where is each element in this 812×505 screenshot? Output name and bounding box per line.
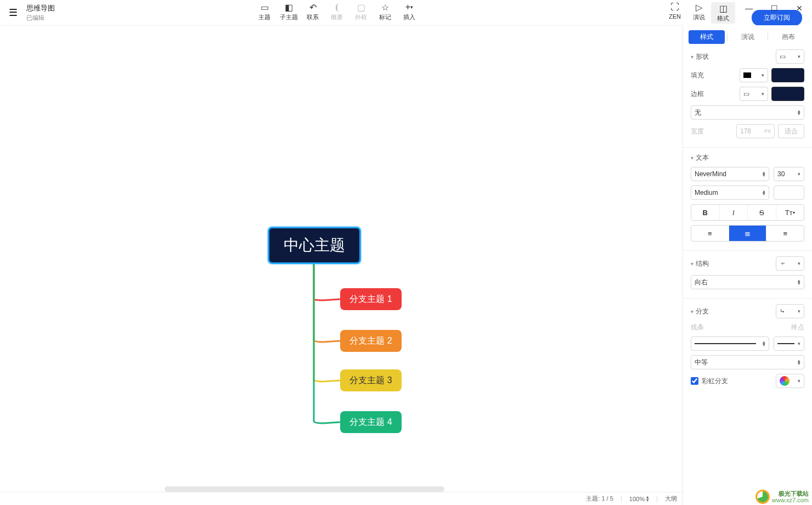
topic-button[interactable]: ▭主题	[252, 2, 277, 21]
rainbow-branch-label: 彩虹分支	[702, 377, 728, 386]
fill-color-swatch[interactable]	[771, 68, 804, 82]
stepper-icon: ▴▾	[798, 279, 800, 285]
topic-count: 主题: 1 / 5	[586, 495, 613, 503]
branch-node[interactable]: 分支主题 1	[340, 288, 402, 310]
document-title: 思维导图	[26, 3, 55, 13]
boundary-icon: ▢	[357, 2, 365, 12]
border-color-swatch[interactable]	[771, 87, 804, 101]
tab-style[interactable]: 样式	[689, 30, 725, 44]
chevron-down-icon: ▾	[798, 261, 800, 266]
minimize-button[interactable]: —	[736, 0, 762, 16]
align-right-button[interactable]: ≡	[766, 226, 804, 241]
subtopic-icon: ◧	[285, 2, 293, 12]
marker-button[interactable]: ☆标记	[373, 2, 397, 21]
chevron-down-icon: ▾	[798, 341, 800, 346]
horizontal-scrollbar[interactable]	[165, 486, 444, 492]
align-left-button[interactable]: ≡	[691, 226, 729, 241]
rounded-rect-icon: ▭	[743, 90, 749, 98]
canvas[interactable]: 中心主题 分支主题 1 分支主题 2 分支主题 3 分支主题 4 主题: 1 /…	[0, 25, 683, 505]
text-style-group: B I S Tт ▾	[691, 204, 804, 221]
structure-type-picker[interactable]: ⫟▾	[776, 256, 804, 271]
border-style-picker[interactable]: ▭▾	[740, 87, 768, 101]
shape-picker[interactable]: ▭▾	[776, 49, 804, 64]
italic-button[interactable]: I	[720, 205, 748, 220]
center-topic-node[interactable]: 中心主题	[268, 227, 361, 264]
section-branch: ▾分支 ⤷▾ 线条 终点 ▴▾ ▾ 中等▴▾ 彩虹分支 ▾	[683, 299, 812, 397]
zen-icon: ⛶	[670, 2, 679, 12]
stepper-icon: ▴▾	[763, 341, 765, 347]
rounded-rect-icon: ▭	[780, 53, 786, 60]
font-family-select[interactable]: NeverMind▴▾	[691, 167, 769, 181]
document-info: 思维导图 已编辑	[26, 0, 55, 22]
branch-line-shape-picker[interactable]: ⤷▾	[776, 304, 804, 318]
subtopic-button[interactable]: ◧子主题	[277, 2, 301, 21]
present-button[interactable]: ▷演说	[687, 2, 711, 24]
fill-style-picker[interactable]: ▾	[740, 68, 768, 82]
rainbow-branch-checkbox[interactable]	[691, 377, 698, 385]
toolbar-center: ▭主题 ◧子主题 ↶联系 ⦗概要 ▢外框 ☆标记 +▾插入	[252, 2, 421, 21]
close-button[interactable]: ✕	[787, 0, 812, 16]
font-size-select[interactable]: 30▾	[774, 167, 804, 181]
boundary-button: ▢外框	[349, 2, 373, 21]
end-label: 终点	[791, 323, 804, 332]
line-width-select[interactable]: 中等▴▾	[691, 355, 804, 369]
strike-button[interactable]: S	[748, 205, 776, 220]
chevron-down-icon: ▾	[798, 54, 800, 59]
bold-button[interactable]: B	[691, 205, 720, 220]
maximize-button[interactable]: ☐	[762, 0, 787, 16]
workspace: 中心主题 分支主题 1 分支主题 2 分支主题 3 分支主题 4 主题: 1 /…	[0, 25, 812, 505]
zoom-control[interactable]: 100% ▴▾	[629, 496, 649, 502]
inspector-tabs: 样式 演说 画布	[683, 25, 812, 44]
insert-button[interactable]: +▾插入	[397, 2, 421, 21]
rainbow-color-picker[interactable]: ▾	[776, 374, 804, 388]
border-none-select[interactable]: 无▴▾	[691, 105, 804, 120]
chevron-down-icon: ▾	[762, 91, 764, 97]
section-shape: ▾形状 ▭▾ 填充 ▾ 边框 ▭▾ 无▴▾ 宽度	[683, 44, 812, 148]
inspector-panel: 样式 演说 画布 ▾形状 ▭▾ 填充 ▾ 边框 ▭▾	[683, 25, 812, 505]
status-bar: 主题: 1 / 5 100% ▴▾ 大纲	[0, 492, 683, 505]
format-button[interactable]: ◫格式	[711, 2, 735, 24]
stepper-icon: ▴▾	[798, 110, 800, 116]
line-label: 线条	[691, 323, 704, 332]
font-color-swatch[interactable]	[774, 186, 804, 200]
zoom-value: 100%	[629, 496, 645, 502]
document-status: 已编辑	[26, 14, 55, 22]
section-head-text[interactable]: ▾文本	[691, 153, 804, 162]
marker-icon: ☆	[381, 2, 389, 12]
chevron-down-icon: ▾	[798, 171, 800, 177]
branch-node[interactable]: 分支主题 3	[340, 369, 402, 391]
align-center-button[interactable]: ≣	[729, 226, 767, 241]
font-weight-select[interactable]: Medium▴▾	[691, 186, 769, 200]
insert-icon: +▾	[405, 2, 413, 12]
section-structure: ▾结构 ⫟▾ 向右▴▾	[683, 251, 812, 299]
branch-node[interactable]: 分支主题 2	[340, 330, 402, 352]
chevron-down-icon: ▾	[798, 378, 800, 384]
relation-button[interactable]: ↶联系	[301, 2, 325, 21]
toolbar-right: ⛶ZEN ▷演说 ◫格式	[663, 2, 735, 24]
summary-button: ⦗概要	[325, 2, 349, 21]
stepper-icon: ▴▾	[763, 171, 765, 177]
zoom-stepper-icon[interactable]: ▴▾	[646, 496, 649, 502]
chevron-down-icon: ▾	[691, 155, 693, 161]
section-head-branch[interactable]: ▾分支 ⤷▾	[691, 304, 804, 318]
tab-present[interactable]: 演说	[730, 30, 766, 44]
line-end-picker[interactable]: ▾	[774, 336, 804, 351]
section-head-shape[interactable]: ▾形状 ▭▾	[691, 49, 804, 64]
section-head-structure[interactable]: ▾结构 ⫟▾	[691, 256, 804, 271]
zen-button[interactable]: ⛶ZEN	[663, 2, 687, 24]
rainbow-icon	[780, 376, 790, 386]
structure-direction-select[interactable]: 向右▴▾	[691, 275, 804, 289]
outline-button[interactable]: 大纲	[665, 495, 677, 503]
status-separator	[657, 496, 657, 502]
connectors	[0, 26, 683, 505]
menu-button[interactable]: ☰	[0, 0, 26, 25]
curve-icon: ⤷	[780, 307, 785, 315]
window-controls: — ☐ ✕	[736, 0, 812, 16]
text-case-button[interactable]: Tт ▾	[776, 205, 804, 220]
line-style-picker[interactable]: ▴▾	[691, 336, 769, 351]
tab-canvas[interactable]: 画布	[770, 30, 807, 44]
stepper-icon: ▴▾	[763, 190, 765, 196]
present-icon: ▷	[696, 2, 702, 12]
topic-icon: ▭	[261, 2, 269, 12]
branch-node[interactable]: 分支主题 4	[340, 411, 402, 433]
